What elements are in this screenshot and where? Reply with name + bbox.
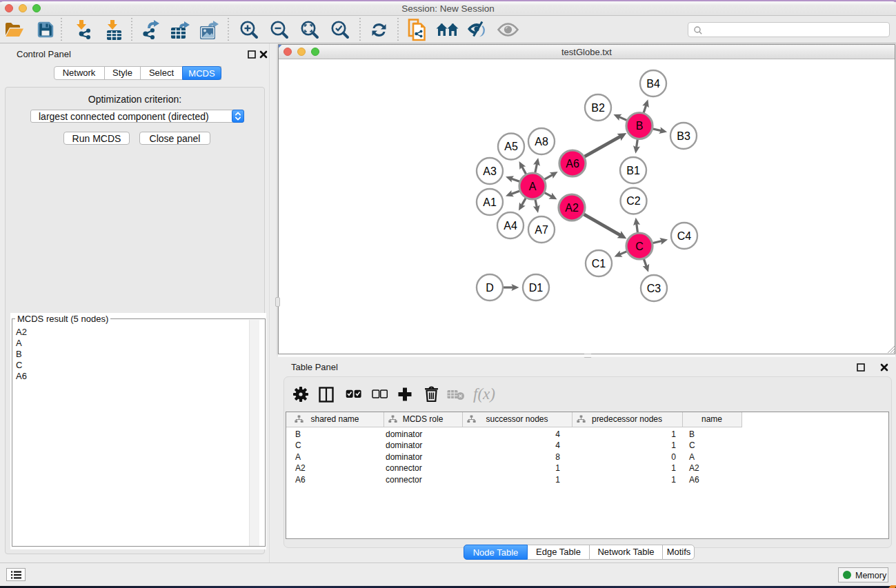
svg-text:A8: A8	[535, 136, 548, 148]
svg-text:D1: D1	[529, 282, 544, 294]
svg-text:B: B	[636, 120, 644, 132]
svg-text:D: D	[486, 282, 494, 294]
svg-text:A2: A2	[565, 202, 579, 214]
svg-text:A7: A7	[535, 224, 548, 236]
svg-text:C4: C4	[677, 230, 692, 242]
svg-text:C: C	[635, 241, 644, 252]
svg-text:C3: C3	[647, 283, 661, 294]
svg-text:B3: B3	[677, 130, 690, 142]
svg-text:A5: A5	[504, 141, 518, 152]
svg-text:C1: C1	[592, 258, 606, 270]
svg-text:C2: C2	[626, 195, 641, 207]
svg-text:B1: B1	[626, 165, 640, 176]
svg-text:A1: A1	[483, 196, 497, 208]
svg-text:B2: B2	[591, 102, 605, 114]
svg-text:B4: B4	[646, 78, 660, 90]
svg-text:A4: A4	[504, 220, 517, 232]
svg-text:A3: A3	[483, 165, 497, 177]
svg-text:A6: A6	[566, 158, 579, 170]
svg-text:A: A	[529, 181, 537, 192]
